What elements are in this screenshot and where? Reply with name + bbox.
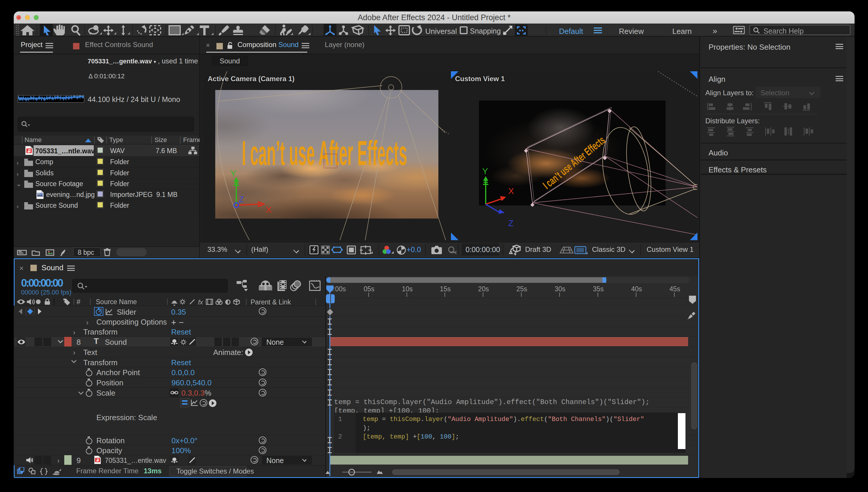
svg-text:Y: Y	[230, 169, 236, 178]
svg-text:Y: Y	[482, 166, 488, 176]
svg-text:fx: fx	[198, 299, 203, 306]
svg-text:Source Name: Source Name	[96, 298, 137, 305]
svg-text:X: X	[266, 205, 272, 215]
svg-text:Z: Z	[238, 194, 244, 204]
svg-text:#: #	[77, 298, 81, 305]
svg-text:X: X	[508, 186, 514, 196]
svg-text:Z: Z	[508, 218, 513, 228]
svg-text:Parent & Link: Parent & Link	[251, 298, 291, 306]
